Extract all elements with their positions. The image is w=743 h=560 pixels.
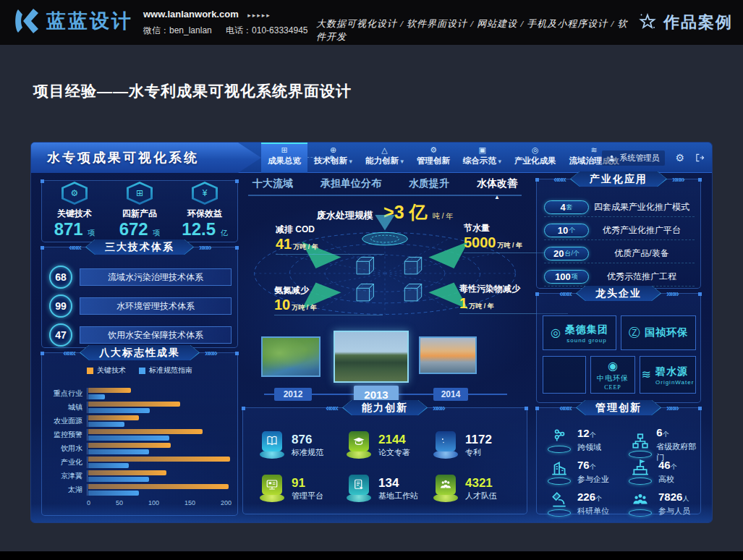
book-icon — [262, 431, 282, 451]
square-icon: ▣ — [478, 145, 485, 154]
admin-user-label: 系统管理员 — [619, 153, 659, 164]
logo-guozhen[interactable]: Ⓩ 国祯环保 — [621, 315, 696, 350]
capability-panel: 能力创新 876标准规范 2144论文专著 1172 — [242, 407, 527, 514]
kpi-key-tech: ⚙ 关键技术 871 项 — [42, 181, 107, 242]
kpi-env-benefit: ¥ 环保效益 12.5 亿 — [172, 181, 237, 242]
tech-systems-panel: 三大技术体系 68 流域水污染治理技术体系 99 水环境管理技术体系 47 饮用… — [41, 247, 238, 348]
logout-icon[interactable] — [695, 153, 705, 163]
bar-关键技术 — [88, 388, 131, 393]
nav-item-management-innovation[interactable]: ⚙ 管理创新 — [410, 143, 457, 173]
dashboard: 水专项成果可视化系统 ⊞ 成果总览 ⊕ 技术创新 △ 能力创新 ⚙ 管理 — [30, 142, 713, 523]
achievements-header: 八大标志性成果 — [42, 345, 237, 360]
achievements-panel: 八大标志性成果 关键技术 标准规范指南 重点行业城镇农业面源监控预警饮用水产业化… — [41, 352, 238, 516]
page-title: 项目经验——水专利成果可视化系统界面设计 — [33, 81, 352, 101]
contact-block: www.lanlanwork.com ▸▸▸▸▸ 微信：ben_lanlan 电… — [143, 7, 308, 37]
portfolio-label: 作品案例 — [663, 12, 733, 33]
capability-papers: 2144论文专著 — [346, 431, 410, 460]
bar-关键技术 — [88, 470, 166, 475]
tab-water-quality[interactable]: 水质提升 — [409, 177, 449, 190]
logo-empty-slot[interactable] — [543, 356, 586, 394]
logo-ceep[interactable]: ◉ 中电环保 CEEP — [590, 356, 635, 394]
bar-row: 城镇 — [49, 400, 232, 414]
nav-item-demonstration[interactable]: ▣ 综合示范 — [457, 143, 508, 173]
site-logo[interactable]: 蓝蓝设计 — [12, 7, 133, 35]
capability-stations: 134基地工作站 — [346, 475, 418, 504]
spiral-icon: ◎ — [551, 327, 561, 339]
user-area: 系统管理员 ⚙ — [602, 143, 705, 173]
logo-sound-group[interactable]: ◎ 桑德集团sound group — [543, 315, 616, 350]
arrows-decoration: ▸▸▸▸▸ — [247, 12, 271, 19]
metric-ammonia: 氨氮减少 10万吨 / 年 — [274, 284, 383, 315]
industry-row: 100项 优秀示范推广工程 — [544, 268, 695, 287]
building-icon — [550, 459, 569, 478]
bar-标准规范指南 — [88, 422, 124, 427]
capability-standards: 876标准规范 — [259, 431, 323, 460]
monitor-icon — [262, 475, 282, 495]
bar-category-label: 饮用水 — [49, 444, 87, 454]
industry-count-pill: 10个 — [544, 224, 589, 237]
industrialization-title: 产业化应用 — [571, 171, 666, 187]
nav-item-tech-innovation[interactable]: ⊕ 技术创新 — [307, 143, 359, 173]
bar-category-label: 监控预警 — [49, 430, 87, 440]
chart-legend: 关键技术 标准规范指南 — [42, 365, 237, 376]
industry-row: 4套 四套成果产业化推广模式 — [544, 198, 695, 217]
bar-row: 饮用水 — [49, 441, 232, 455]
industry-count-pill: 4套 — [544, 200, 589, 214]
bar-row: 农业面源 — [49, 414, 232, 428]
tab-unit-distribution[interactable]: 承担单位分布 — [320, 177, 381, 190]
mgmt-universities: 46个高校 — [628, 459, 677, 485]
tech-system-label: 饮用水安全保障技术体系 — [80, 326, 232, 344]
capability-platforms: 91管理平台 — [259, 475, 323, 504]
logo-originwater[interactable]: ≋ 碧水源OriginWater — [640, 356, 696, 394]
triangle-icon: △ — [381, 145, 387, 154]
photo-2012[interactable] — [261, 336, 320, 377]
nav-item-industrialization[interactable]: ◎ 产业化成果 — [508, 143, 563, 173]
photo-2014[interactable] — [419, 336, 477, 374]
year-chip-2012[interactable]: 2012 — [274, 388, 312, 401]
nav-item-capability-innovation[interactable]: △ 能力创新 — [359, 143, 410, 173]
circled-z-icon: Ⓩ — [629, 327, 640, 339]
settings-gear-icon[interactable]: ⚙ — [675, 153, 684, 163]
bar-标准规范指南 — [88, 477, 149, 482]
tech-count-badge: 68 — [49, 266, 72, 289]
bar-row: 产业化 — [49, 455, 232, 469]
tech-system-label: 流域水污染治理技术体系 — [80, 268, 232, 286]
blue-swatch-icon — [139, 368, 145, 374]
lanlan-logo-icon — [12, 7, 41, 35]
graduation-cap-icon — [349, 431, 369, 451]
enterprises-header: 龙头企业 — [537, 286, 700, 301]
tech-system-row: 68 流域水污染治理技术体系 — [49, 266, 232, 288]
left-chevrons-icon — [63, 347, 75, 358]
bar-category-label: 重点行业 — [49, 389, 87, 399]
kpi-panel: ⚙ 关键技术 871 项 ⊞ 四新产品 672 项 ¥ 环保效益 12.5 亿 — [41, 180, 238, 242]
bottom-strip — [0, 551, 743, 560]
gear-icon: ⚙ — [430, 145, 437, 154]
capability-patents: 1172专利 — [433, 431, 492, 460]
kpi-new-products: ⊞ 四新产品 672 项 — [107, 181, 172, 242]
bar-标准规范指南 — [88, 436, 169, 441]
legend-standards: 标准规范指南 — [139, 365, 192, 376]
seal-icon: ◉ — [608, 360, 618, 372]
mgmt-cross-domain: 12个跨领域 — [547, 427, 601, 453]
mgmt-enterprises: 76个参与企业 — [547, 459, 609, 485]
bar-row: 重点行业 — [49, 386, 232, 400]
right-chevrons-icon — [666, 288, 678, 299]
mgmt-gov-departments: 6个省级政府部门 — [628, 427, 700, 463]
achievements-chart: 重点行业城镇农业面源监控预警饮用水产业化京津冀太湖 — [49, 386, 232, 496]
management-title: 管理创新 — [577, 399, 661, 415]
people-group-icon — [436, 475, 456, 495]
site-header: 蓝蓝设计 www.lanlanwork.com ▸▸▸▸▸ 微信：ben_lan… — [0, 0, 743, 45]
photo-2013[interactable] — [334, 331, 409, 383]
nav-item-overview[interactable]: ⊞ 成果总览 — [261, 143, 307, 173]
dashboard-header: 水专项成果可视化系统 ⊞ 成果总览 ⊕ 技术创新 △ 能力创新 ⚙ 管理 — [31, 143, 713, 173]
tab-water-improvement[interactable]: 水体改善 — [477, 177, 517, 190]
medal-icon: ◎ — [532, 145, 539, 154]
right-chevrons-icon — [205, 347, 216, 358]
node-icon: ⊕ — [330, 145, 336, 154]
tech-count-badge: 99 — [49, 294, 72, 318]
year-chip-2014[interactable]: 2014 — [433, 388, 468, 401]
bar-关键技术 — [88, 415, 139, 420]
portfolio-link[interactable]: 作品案例 — [637, 12, 733, 33]
tab-ten-basins[interactable]: 十大流域 — [252, 177, 293, 190]
admin-user-chip[interactable]: 系统管理员 — [602, 150, 665, 166]
